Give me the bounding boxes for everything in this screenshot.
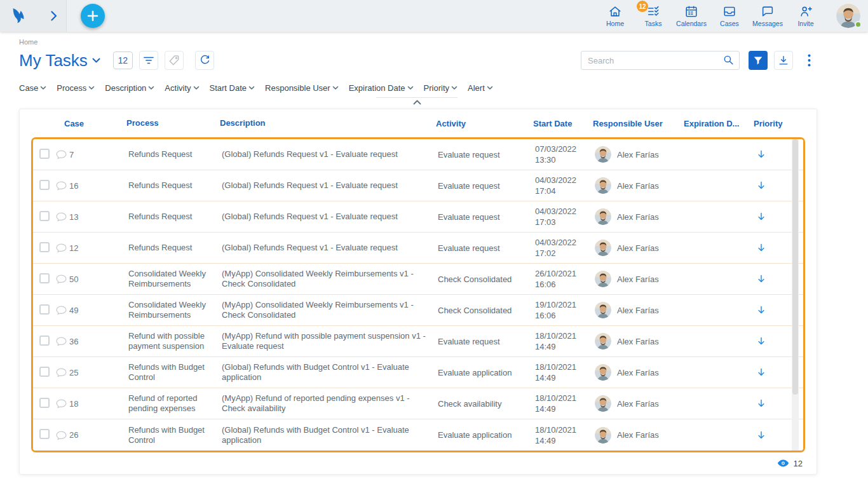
comment-bubble-icon[interactable] — [56, 274, 67, 284]
comment-bubble-icon[interactable] — [56, 336, 67, 346]
download-button[interactable] — [774, 51, 793, 70]
row-checkbox[interactable] — [39, 398, 50, 408]
activity-cell: Evaluate request — [437, 150, 532, 159]
table-row[interactable]: 18 Refund of reported pending expenses (… — [33, 388, 803, 419]
table-row[interactable]: 36 Refund with possible payment suspensi… — [33, 326, 803, 357]
nav-tasks[interactable]: 12 Tasks — [634, 4, 672, 27]
column-header-priority[interactable]: Priority — [752, 119, 805, 128]
eye-icon — [777, 459, 789, 468]
search-icon[interactable] — [722, 54, 735, 69]
nav-calendars[interactable]: Calendars — [672, 4, 710, 27]
filter-chip-responsible-user[interactable]: Responsible User — [265, 83, 339, 93]
checkbox-cell — [33, 398, 56, 410]
row-checkbox[interactable] — [39, 367, 50, 377]
table-row[interactable]: 13 Refunds Request (Global) Refunds Requ… — [33, 201, 803, 233]
start-time: 14:49 — [535, 403, 592, 414]
table-header: Case Process Description Activity Start … — [31, 109, 805, 137]
start-time: 16:06 — [535, 279, 592, 290]
checkbox-cell — [33, 211, 56, 223]
row-checkbox[interactable] — [39, 429, 50, 439]
filter-bar: Case Process Description Activity Start … — [19, 83, 817, 107]
refresh-button[interactable] — [195, 51, 214, 70]
row-checkbox[interactable] — [39, 180, 50, 190]
row-checkbox[interactable] — [39, 149, 50, 159]
app-logo-icon[interactable] — [9, 6, 29, 26]
filter-chip-start-date[interactable]: Start Date — [210, 83, 255, 93]
filter-chip-label: Expiration Date — [349, 83, 405, 93]
nav-cases[interactable]: Cases — [710, 4, 749, 27]
filter-chip-priority[interactable]: Priority — [424, 83, 458, 93]
column-header-expiration-date[interactable]: Expiration D... — [682, 119, 752, 128]
new-case-button[interactable] — [81, 4, 105, 28]
title-row: My Tasks 12 — [19, 48, 817, 73]
task-count-badge: 12 — [113, 51, 133, 69]
row-checkbox[interactable] — [39, 304, 50, 315]
table-row[interactable]: 25 Refunds with Budget Control (Global) … — [33, 357, 803, 388]
comment-bubble-icon[interactable] — [56, 305, 67, 315]
column-header-activity[interactable]: Activity — [435, 119, 530, 128]
column-header-responsible-user[interactable]: Responsible User — [590, 119, 682, 128]
column-header-process[interactable]: Process — [120, 118, 215, 128]
nav-home[interactable]: Home — [596, 4, 634, 27]
home-icon — [608, 4, 622, 18]
table-row[interactable]: 49 Consolidated Weekly Reimbursements (M… — [33, 295, 803, 326]
filter-chip-case[interactable]: Case — [19, 83, 46, 93]
comment-bubble-icon[interactable] — [56, 180, 67, 191]
invite-person-add-icon — [799, 4, 813, 18]
description-cell: (Global) Refunds with Budget Control v1 … — [217, 362, 437, 383]
case-number: 12 — [69, 243, 78, 253]
user-avatar-thumb — [595, 177, 611, 194]
row-checkbox[interactable] — [39, 273, 50, 283]
nav-cases-label: Cases — [720, 20, 739, 27]
chevron-right-icon[interactable] — [51, 11, 57, 21]
app-logo-area — [0, 0, 67, 32]
nav-calendars-label: Calendars — [676, 20, 707, 27]
table-row[interactable]: 12 Refunds Request (Global) Refunds Requ… — [33, 233, 803, 264]
table-row[interactable]: 7 Refunds Request (Global) Refunds Reque… — [33, 139, 803, 170]
responsible-user-cell: Alex Farías — [592, 146, 684, 163]
filter-chip-expiration-date[interactable]: Expiration Date — [349, 83, 414, 93]
collapse-filters-control[interactable] — [376, 97, 458, 105]
table-row[interactable]: 50 Consolidated Weekly Reimbursements (M… — [33, 264, 803, 295]
comment-bubble-icon[interactable] — [56, 367, 67, 377]
filter-chip-alert[interactable]: Alert — [468, 83, 493, 93]
comment-bubble-icon[interactable] — [56, 398, 67, 409]
description-cell: (Global) Refunds Request v1 - Evaluate r… — [217, 243, 437, 253]
case-number: 49 — [69, 306, 78, 315]
user-avatar[interactable] — [836, 4, 860, 28]
breadcrumb[interactable]: Home — [19, 38, 817, 46]
filter-chip-process[interactable]: Process — [57, 83, 95, 93]
comment-bubble-icon[interactable] — [56, 149, 67, 159]
filter-button[interactable] — [749, 51, 768, 70]
filter-list-button[interactable] — [139, 51, 158, 70]
column-header-start-date[interactable]: Start Date — [530, 118, 590, 129]
filter-chip-description[interactable]: Description — [105, 83, 154, 93]
row-checkbox[interactable] — [39, 336, 50, 346]
row-checkbox[interactable] — [39, 211, 50, 221]
start-date: 19/10/2021 — [535, 299, 592, 310]
comment-bubble-icon[interactable] — [56, 430, 67, 440]
tag-button[interactable] — [165, 51, 184, 70]
row-checkbox[interactable] — [39, 242, 50, 252]
search-input[interactable] — [581, 51, 740, 70]
responsible-user-cell: Alex Farías — [592, 208, 684, 225]
start-time: 16:06 — [535, 310, 592, 321]
checkbox-cell — [33, 149, 56, 161]
responsible-user-name: Alex Farías — [617, 243, 659, 253]
case-number: 13 — [69, 212, 78, 222]
table-row[interactable]: 26 Refunds with Budget Control (Global) … — [33, 419, 803, 451]
filter-chip-activity[interactable]: Activity — [165, 83, 199, 93]
table-scrollbar[interactable] — [792, 139, 799, 451]
start-time: 14:49 — [535, 372, 592, 383]
column-header-description[interactable]: Description — [215, 118, 435, 128]
comment-bubble-icon[interactable] — [56, 243, 67, 253]
table-row[interactable]: 16 Refunds Request (Global) Refunds Requ… — [33, 170, 803, 201]
search-box — [581, 51, 740, 70]
nav-messages[interactable]: Messages — [749, 4, 787, 27]
comment-bubble-icon[interactable] — [56, 212, 67, 222]
page-title[interactable]: My Tasks — [19, 51, 100, 71]
column-header-case[interactable]: Case — [54, 119, 120, 128]
responsible-user-name: Alex Farías — [617, 306, 659, 315]
more-options-button[interactable] — [801, 51, 817, 70]
nav-invite[interactable]: Invite — [787, 4, 825, 27]
